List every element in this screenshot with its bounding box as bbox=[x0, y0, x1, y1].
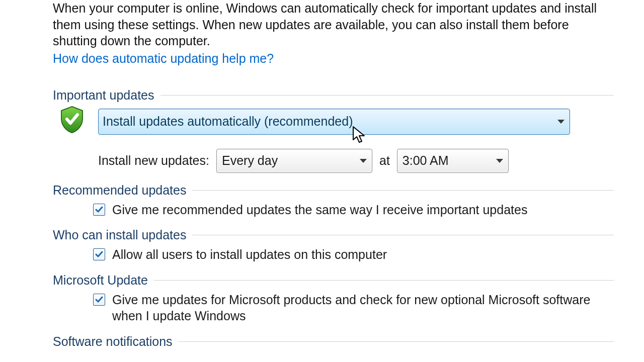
frequency-value: Every day bbox=[222, 153, 278, 168]
update-mode-dropdown[interactable]: Install updates automatically (recommend… bbox=[98, 109, 570, 135]
help-link[interactable]: How does automatic updating help me? bbox=[53, 51, 274, 66]
recommended-checkbox-label: Give me recommended updates the same way… bbox=[112, 202, 527, 218]
group-microsoft-update: Microsoft Update Give me updates for Mic… bbox=[53, 273, 614, 330]
group-recommended-updates: Recommended updates Give me recommended … bbox=[53, 183, 614, 224]
group-who-can-install: Who can install updates Allow all users … bbox=[53, 228, 614, 269]
allow-all-users-label: Allow all users to install updates on th… bbox=[112, 246, 387, 263]
legend-software-notifications: Software notifications bbox=[53, 334, 179, 349]
at-label: at bbox=[379, 153, 390, 168]
legend-important-updates: Important updates bbox=[53, 88, 160, 103]
intro-text: When your computer is online, Windows ca… bbox=[53, 0, 614, 49]
frequency-dropdown[interactable]: Every day bbox=[216, 149, 372, 173]
time-value: 3:00 AM bbox=[403, 153, 449, 168]
microsoft-update-label: Give me updates for Microsoft products a… bbox=[112, 292, 614, 324]
update-mode-value: Install updates automatically (recommend… bbox=[103, 114, 353, 129]
chevron-down-icon bbox=[360, 159, 367, 163]
legend-who-can-install: Who can install updates bbox=[53, 228, 192, 242]
group-important-updates: Important updates Install updates automa… bbox=[53, 88, 614, 179]
legend-microsoft-update: Microsoft Update bbox=[53, 273, 154, 288]
allow-all-users-checkbox[interactable] bbox=[93, 248, 105, 260]
time-dropdown[interactable]: 3:00 AM bbox=[397, 149, 509, 173]
chevron-down-icon bbox=[496, 159, 503, 163]
recommended-checkbox[interactable] bbox=[93, 204, 105, 216]
microsoft-update-checkbox[interactable] bbox=[93, 294, 105, 306]
group-software-notifications: Software notifications bbox=[53, 334, 614, 349]
legend-recommended-updates: Recommended updates bbox=[53, 183, 192, 198]
schedule-label: Install new updates: bbox=[98, 153, 209, 168]
shield-check-icon bbox=[59, 106, 85, 134]
chevron-down-icon bbox=[557, 120, 565, 124]
